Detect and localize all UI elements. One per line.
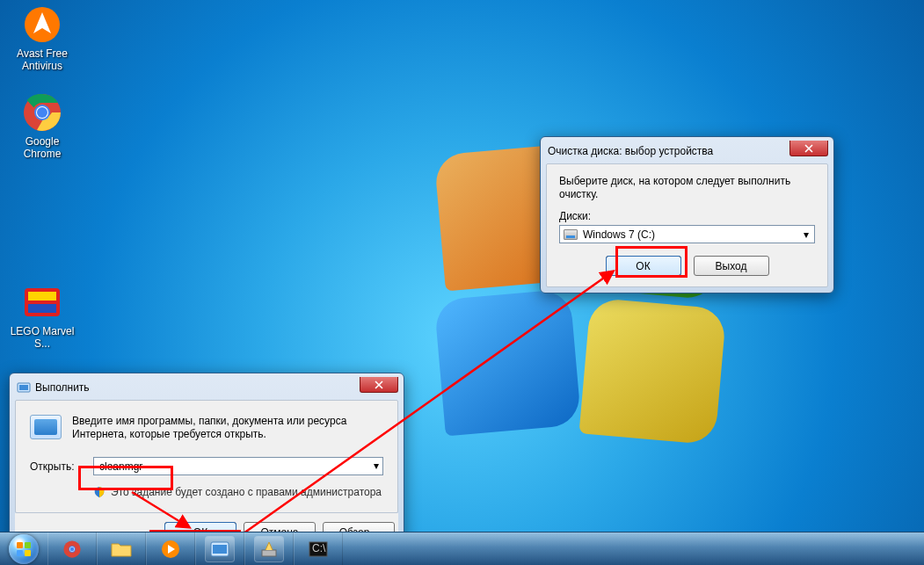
svg-text:C:\: C:\ bbox=[312, 542, 326, 554]
open-input-value: cleanmgr bbox=[99, 460, 142, 473]
cleanup-title: Очистка диска: выбор устройства bbox=[548, 145, 713, 157]
svg-rect-23 bbox=[262, 550, 276, 556]
open-label: Открыть: bbox=[30, 460, 86, 473]
svg-rect-9 bbox=[19, 385, 28, 390]
lego-marvel-icon bbox=[21, 281, 63, 323]
taskbar-item-player[interactable] bbox=[146, 532, 195, 565]
icon-label: Avast Free Antivirus bbox=[9, 47, 76, 72]
dropdown-arrow-icon[interactable]: ▾ bbox=[374, 460, 379, 472]
run-description: Введите имя программы, папки, документа … bbox=[72, 415, 383, 441]
taskbar: C:\ bbox=[0, 532, 924, 565]
run-icon bbox=[210, 541, 229, 557]
taskbar-item-cmd[interactable]: C:\ bbox=[294, 532, 343, 565]
admin-note: Это задание будет создано с правами адми… bbox=[111, 486, 382, 498]
exit-button[interactable]: Выход bbox=[694, 256, 769, 276]
chrome-icon bbox=[62, 540, 82, 559]
close-icon bbox=[375, 380, 383, 389]
cmd-icon: C:\ bbox=[309, 541, 328, 557]
cleanup-message: Выберите диск, на котором следует выполн… bbox=[559, 175, 815, 201]
svg-rect-6 bbox=[28, 292, 56, 301]
cleanup-dialog: Очистка диска: выбор устройства Выберите… bbox=[540, 136, 834, 293]
svg-rect-22 bbox=[213, 545, 227, 554]
icon-label: LEGO Marvel S... bbox=[9, 325, 76, 350]
svg-point-19 bbox=[70, 547, 75, 551]
close-icon bbox=[804, 144, 813, 153]
selected-drive: Windows 7 (C:) bbox=[583, 228, 655, 241]
avast-icon bbox=[21, 4, 63, 46]
drive-select[interactable]: Windows 7 (C:) ▾ bbox=[559, 225, 815, 243]
dropdown-arrow-icon[interactable]: ▾ bbox=[804, 228, 809, 241]
close-button[interactable] bbox=[789, 141, 828, 156]
start-orb-icon bbox=[9, 534, 39, 564]
svg-rect-15 bbox=[25, 550, 31, 556]
media-icon bbox=[161, 540, 180, 559]
folder-icon bbox=[111, 540, 132, 558]
taskbar-item-cleanup[interactable] bbox=[244, 532, 294, 565]
icon-label: Google Chrome bbox=[9, 135, 76, 160]
ok-button[interactable]: ОК bbox=[606, 256, 681, 276]
drives-label: Диски: bbox=[559, 210, 815, 222]
taskbar-item-run[interactable] bbox=[195, 532, 244, 565]
desktop-icon-lego[interactable]: LEGO Marvel S... bbox=[9, 281, 76, 350]
svg-rect-7 bbox=[28, 304, 56, 313]
cleanup-icon bbox=[259, 540, 279, 559]
start-button[interactable] bbox=[0, 532, 47, 565]
run-icon bbox=[30, 415, 62, 439]
run-dialog: Выполнить Введите имя программы, папки, … bbox=[9, 373, 404, 550]
svg-rect-12 bbox=[17, 542, 23, 548]
svg-rect-14 bbox=[17, 550, 23, 556]
taskbar-item-chrome[interactable] bbox=[47, 532, 97, 565]
svg-point-4 bbox=[37, 107, 47, 118]
desktop-icon-avast[interactable]: Avast Free Antivirus bbox=[9, 4, 76, 72]
run-title: Выполнить bbox=[35, 381, 90, 394]
close-button[interactable] bbox=[360, 377, 398, 393]
taskbar-item-explorer[interactable] bbox=[97, 532, 146, 565]
shield-icon bbox=[93, 486, 105, 498]
open-input[interactable]: cleanmgr ▾ bbox=[93, 457, 383, 475]
desktop-icon-chrome[interactable]: Google Chrome bbox=[9, 91, 76, 160]
chrome-icon bbox=[21, 91, 63, 134]
drive-icon bbox=[564, 229, 578, 240]
run-title-icon bbox=[17, 380, 31, 395]
svg-rect-13 bbox=[25, 542, 31, 548]
